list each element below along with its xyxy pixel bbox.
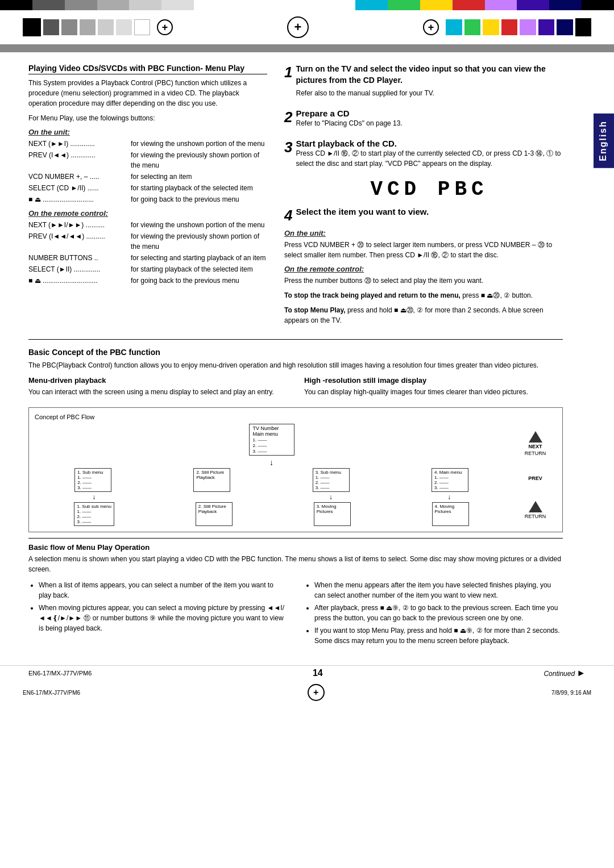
reg-yellow	[483, 19, 499, 35]
flow-diagram: TV NumberMain menu1. ——2. ——3. —— ↓ 1. S…	[35, 424, 557, 526]
arrow-down1: ↓	[92, 493, 96, 501]
page-number-block: 14	[92, 668, 544, 678]
next-label: NEXT	[528, 444, 542, 449]
list-item: When moving pictures appear, you can sel…	[39, 603, 287, 633]
swatch-black	[0, 0, 32, 10]
item-label: SELECT (CD ►/II) ......	[28, 183, 131, 193]
menu-note-text: For Menu Play, use the folowings buttons…	[28, 113, 267, 123]
reg-black2	[575, 18, 592, 36]
gray-bar	[0, 44, 614, 52]
swatch-green	[388, 0, 420, 10]
step1-container: 1 Turn on the TV and select the video in…	[284, 64, 563, 103]
bottom-reg-circle: +	[308, 684, 325, 701]
footer-left-text: EN6-17/MX-J77V/PM6	[28, 670, 92, 677]
reg-gray5	[116, 19, 132, 35]
reg-red	[501, 19, 518, 35]
list-item: ■ ⏏ ............................. for go…	[28, 276, 267, 286]
step1-heading: 1 Turn on the TV and select the video in…	[284, 64, 563, 103]
item-label: PREV (I◄◄) .............	[28, 150, 131, 170]
reg-gray2	[61, 19, 77, 35]
item-label: ■ ⏏ ...........................	[28, 194, 131, 205]
swatch-blue	[517, 0, 549, 10]
basic-flow-bullets-left: When a list of items appears, you can se…	[39, 580, 287, 633]
reg-gray3	[80, 19, 96, 35]
basic-flow-bullets-right: When the menu appears after the item you…	[314, 580, 563, 646]
item-desc: for viewing the unshown portion of the m…	[131, 220, 267, 230]
basic-flow-right: When the menu appears after the item you…	[304, 580, 563, 648]
basic-concept-section: Basic Concept of the PBC function The PB…	[28, 348, 563, 648]
pbc-flow-box: Concept of PBC Flow TV NumberMain menu1.…	[28, 407, 563, 532]
on-unit-label: On the unit:	[28, 128, 267, 136]
flow-tv-number: TV NumberMain menu1. ——2. ——3. ——	[35, 424, 508, 456]
continued-text: Continued	[544, 670, 575, 678]
item-label: NEXT (►►I/►►) ..........	[28, 220, 131, 230]
menu-driven-title: Menu-driven playback	[28, 376, 287, 385]
basic-flow-two-col: When a list of items appears, you can se…	[28, 580, 563, 648]
item-desc: for viewing the previously shown portion…	[131, 231, 267, 252]
item-desc: for going back to the previous menu	[131, 194, 267, 205]
on-remote-label: On the remote control:	[28, 209, 267, 218]
reg-cyan	[446, 19, 462, 35]
prev-arrow-block: PREV	[528, 475, 542, 481]
step4-title: Select the item you want to view.	[296, 207, 429, 216]
step4-on-unit-label: On the unit:	[284, 229, 563, 237]
reg-gray1	[43, 19, 59, 35]
swatch-gray2	[65, 0, 97, 10]
item-label: NEXT (►►I) .............	[28, 139, 131, 149]
bottom-footer-left: EN6-17/MX-J77V/PM6	[23, 690, 80, 696]
high-res-col: High -resolution still image display You…	[304, 376, 563, 402]
flow-node-stillpic1: 2. Still PicturePlayback	[193, 468, 230, 492]
item-desc: for starting playback of the selected it…	[131, 183, 267, 193]
menu-driven-col: Menu-driven playback You can interact wi…	[28, 376, 287, 402]
step1-bold-text: Turn on the TV and select the video inpu…	[296, 64, 545, 85]
flow-row1: 1. Sub menu1. ——2. ——3. —— 2. Still Pict…	[35, 468, 508, 492]
swatch-red	[453, 0, 485, 10]
reg-gray4	[98, 19, 114, 35]
list-item: NUMBER BUTTONS .. for selecting and star…	[28, 253, 267, 263]
next-arrow-block: NEXT RETURN	[525, 431, 546, 456]
swatch-yellow	[420, 0, 453, 10]
step2-text-block: Prepare a CD Refer to "Placing CDs" on p…	[296, 108, 402, 133]
step1-note: Refer also to the manual supplied for yo…	[296, 88, 563, 98]
stop-menu-bold: To stop Menu Play,	[284, 306, 346, 314]
arrow-down2: ↓	[329, 493, 333, 501]
swatch-gray5	[161, 0, 194, 10]
list-item: When the menu appears after the item you…	[314, 580, 563, 600]
basic-concept-intro: The PBC(Playback Control) function allow…	[28, 360, 563, 370]
english-tab: English	[594, 114, 614, 168]
flow-arrows2: ↓ ↓ ↓ ↓	[35, 493, 508, 501]
reg-marks-area: + + +	[0, 10, 614, 44]
step2-number: 2	[284, 108, 292, 126]
item-label: PREV (I◄◄/◄◄) ..........	[28, 231, 131, 252]
step1-number: 1	[284, 64, 292, 81]
swatch-spacer	[194, 0, 355, 10]
swatch-black2	[582, 0, 614, 10]
reg-black	[23, 18, 41, 36]
return-arrow-block: RETURN	[525, 501, 546, 519]
swatch-magenta	[485, 0, 517, 10]
swatch-darkblue	[549, 0, 582, 10]
step1-text-block: Turn on the TV and select the video inpu…	[296, 64, 563, 103]
left-intro-text: This System provides a Playback Control …	[28, 78, 267, 108]
flow-node-tv: TV NumberMain menu1. ——2. ——3. ——	[249, 424, 294, 456]
stop-track-bold: To stop the track being played and retur…	[284, 291, 460, 299]
item-label: NUMBER BUTTONS ..	[28, 253, 131, 263]
stop-track-continuation: press ■ ⏏⑳, ② button.	[462, 291, 533, 299]
flow-node-submenu1: 1. Sub menu1. ——2. ——3. ——	[74, 468, 111, 492]
two-column-layout: Playing Video CDs/SVCDs with PBC Functio…	[28, 64, 563, 331]
flow-node-mainmenu1: 4. Main menu1. ——2. ——3. ——	[432, 468, 468, 492]
pbc-flow-title: Concept of PBC Flow	[35, 414, 557, 420]
flow-main-area: TV NumberMain menu1. ——2. ——3. —— ↓ 1. S…	[35, 424, 508, 526]
list-item: SELECT (►II) .............. for starting…	[28, 264, 267, 274]
step4-text-block: Select the item you want to view.	[296, 207, 429, 216]
reg-blue	[538, 19, 555, 35]
swatch-gray1	[32, 0, 65, 10]
next-arrow-up	[529, 431, 542, 443]
continued-arrow: ►	[576, 668, 586, 678]
step4-container: 4 Select the item you want to view. On t…	[284, 207, 563, 326]
step4-unit-text: Press VCD NUMBER + ⑳ to select larger it…	[284, 240, 563, 260]
list-item: After playback, press ■ ⏏⑨, ② to go back…	[314, 603, 563, 623]
flow-node-moving1: 3. MovingPictures	[314, 502, 351, 526]
section-divider	[28, 339, 563, 340]
top-color-bar-left	[0, 0, 614, 10]
